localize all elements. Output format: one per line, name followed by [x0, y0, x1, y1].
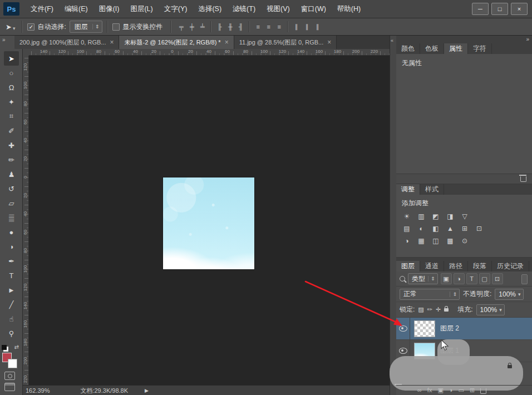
menu-item[interactable]: 滤镜(T)	[227, 0, 261, 18]
panel-tab[interactable]: 调整	[396, 184, 420, 195]
layer-name[interactable]: 图层 2	[440, 324, 459, 333]
gradient-tool[interactable]: ▒	[4, 210, 19, 225]
distribute-bottom-edges-button[interactable]: ≡	[274, 21, 284, 32]
panel-tab[interactable]: 图层	[396, 261, 420, 271]
distribute-horizontal-centers-button[interactable]: ∥	[302, 21, 312, 32]
swap-colors-icon[interactable]: ⇄	[14, 344, 19, 350]
type-tool[interactable]: T	[4, 268, 19, 283]
align-top-edges-button[interactable]: ╤	[176, 21, 186, 32]
menu-item[interactable]: 图像(I)	[93, 0, 125, 18]
menu-item[interactable]: 文字(Y)	[159, 0, 193, 18]
document-tab[interactable]: 未标题-2 @ 162%(图层 2, RGB/8) * ×	[119, 36, 234, 49]
align-button[interactable]	[249, 21, 250, 32]
move-tool[interactable]: ➤	[4, 51, 19, 66]
history-brush-tool[interactable]: ↺	[4, 181, 19, 196]
hue-saturation-adjustment[interactable]: ▤	[401, 224, 413, 234]
channel-mixer-adjustment[interactable]: ⊞	[459, 224, 471, 234]
layer-style-icon[interactable]: fx	[427, 387, 432, 393]
zoom-level[interactable]: 162.39%	[26, 387, 50, 394]
align-left-edges-button[interactable]: ╟	[214, 21, 225, 32]
lock-image-button[interactable]: ✏	[427, 306, 432, 313]
maximize-button[interactable]: □	[491, 3, 508, 15]
healing-brush-tool[interactable]: ✚	[4, 138, 19, 152]
gradient-map-adjustment[interactable]: ▩	[444, 236, 456, 246]
filter-type-layers-button[interactable]: T	[466, 273, 477, 284]
line-tool[interactable]: ╱	[4, 297, 19, 312]
lock-transparency-button[interactable]: ▨	[418, 306, 423, 313]
hand-tool[interactable]: ☝	[4, 312, 19, 326]
tool-preset-caret-icon[interactable]: ▾	[13, 26, 16, 31]
background-color-swatch[interactable]	[8, 359, 17, 368]
opacity-dropdown[interactable]: 100% ▾	[495, 289, 523, 300]
new-group-icon[interactable]: ▭	[458, 387, 464, 393]
crop-tool[interactable]: ⌗	[4, 109, 19, 124]
horizontal-ruler[interactable]: 1401201008060402002040608010012014016018…	[29, 49, 390, 56]
color-lookup-adjustment[interactable]: ⊡	[473, 224, 485, 234]
curves-adjustment[interactable]: ◩	[430, 211, 442, 221]
filter-pixel-layers-button[interactable]: ▣	[441, 273, 452, 284]
black-white-adjustment[interactable]: ◧	[430, 224, 442, 234]
close-button[interactable]: ×	[511, 3, 528, 15]
path-selection-tool[interactable]: ►	[4, 283, 19, 297]
blur-tool[interactable]: ●	[4, 225, 19, 239]
distribute-left-edges-button[interactable]: ∥	[291, 21, 302, 32]
menu-item[interactable]: 视图(V)	[261, 0, 295, 18]
panel-tab[interactable]: 属性	[444, 43, 468, 54]
panel-tab[interactable]: 样式	[420, 184, 444, 195]
menu-item[interactable]: 图层(L)	[125, 0, 158, 18]
show-transform-checkbox[interactable]	[112, 23, 120, 31]
brush-tool[interactable]: ✏	[4, 152, 19, 167]
layer-row-layer2[interactable]: 图层 2	[396, 318, 532, 340]
filter-smart-objects-button[interactable]: ⊡	[492, 273, 503, 284]
vibrance-adjustment[interactable]: ▽	[459, 211, 471, 221]
add-layer-mask-icon[interactable]: ▣	[437, 387, 443, 393]
auto-select-target-dropdown[interactable]: 图层 ⇕	[70, 21, 103, 33]
panel-tab[interactable]: 字符	[468, 43, 492, 54]
panel-tab[interactable]: 通道	[420, 261, 444, 271]
document-tab[interactable]: 11.jpg @ 28.5%(图层 0, RGB... ×	[234, 36, 337, 49]
move-tool-preset-icon[interactable]: ➤	[6, 23, 12, 31]
new-layer-icon[interactable]: ⊞	[470, 387, 475, 393]
lock-all-button[interactable]	[444, 308, 449, 312]
marquee-tool[interactable]: ○	[4, 66, 19, 80]
delete-layer-icon[interactable]	[480, 388, 486, 394]
eraser-tool[interactable]: ▱	[4, 196, 19, 210]
status-expand-icon[interactable]: ▶	[145, 388, 149, 393]
layer-thumbnail[interactable]	[414, 320, 435, 337]
panel-tab[interactable]: 路径	[444, 261, 468, 271]
filter-adjustment-layers-button[interactable]: ◑	[454, 273, 465, 284]
layer-filter-type-dropdown[interactable]: 类型 ⇕	[408, 273, 438, 284]
panel-tab[interactable]: 色板	[420, 43, 444, 54]
distribute-right-edges-button[interactable]: ∥	[312, 21, 323, 32]
dodge-tool[interactable]: ◑	[4, 239, 19, 254]
tab-close-icon[interactable]: ×	[110, 38, 114, 46]
quick-mask-button[interactable]	[4, 372, 15, 380]
lock-position-button[interactable]: ✛	[436, 306, 441, 313]
align-button[interactable]	[287, 21, 288, 32]
menu-item[interactable]: 文件(F)	[25, 0, 59, 18]
default-colors-icon[interactable]	[2, 345, 7, 350]
menu-item[interactable]: 窗口(W)	[295, 0, 332, 18]
new-adjustment-layer-icon[interactable]: ◑	[449, 387, 453, 393]
align-right-edges-button[interactable]: ╢	[235, 21, 246, 32]
auto-select-checkbox[interactable]: ✓	[27, 23, 35, 31]
canvas[interactable]	[29, 56, 390, 385]
clone-stamp-tool[interactable]: ♟	[4, 167, 19, 181]
document-image[interactable]	[163, 177, 254, 269]
lasso-tool[interactable]: Ω	[4, 80, 19, 95]
exposure-adjustment[interactable]: ◨	[444, 211, 456, 221]
vertical-ruler[interactable]: 1201008060402002040608010012014016018020…	[22, 56, 29, 385]
selective-color-adjustment[interactable]: ⊙	[459, 236, 471, 246]
threshold-adjustment[interactable]: ◫	[430, 236, 442, 246]
pen-tool[interactable]: ✒	[4, 254, 19, 268]
zoom-tool[interactable]: ⚲	[4, 326, 19, 340]
panel-tab[interactable]: 历史记录	[492, 261, 529, 271]
levels-adjustment[interactable]: ▥	[415, 211, 427, 221]
document-tab[interactable]: 200.jpg @ 100%(图层 0, RGB... ×	[14, 36, 119, 49]
align-vertical-centers-button[interactable]: ╪	[186, 21, 197, 32]
color-balance-adjustment[interactable]: ◐	[415, 224, 427, 234]
align-horizontal-centers-button[interactable]: ╫	[225, 21, 235, 32]
delete-icon[interactable]	[520, 176, 526, 182]
panel-tab[interactable]: 颜色	[396, 43, 420, 54]
posterize-adjustment[interactable]: ▦	[415, 236, 427, 246]
